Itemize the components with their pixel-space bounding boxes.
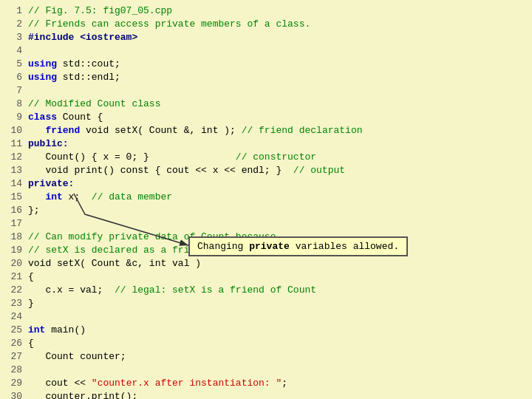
code-token: void setX( Count &c, int val ) bbox=[28, 257, 201, 270]
code-line: 29 cout << "counter.x after instantiatio… bbox=[6, 377, 526, 390]
callout-box: Changing private variables allowed. bbox=[188, 236, 408, 256]
line-number: 1 bbox=[6, 4, 22, 18]
code-token: { bbox=[28, 337, 34, 350]
line-number: 6 bbox=[6, 71, 22, 84]
code-line: 30 counter.print(); bbox=[6, 390, 526, 399]
code-line: 26{ bbox=[6, 337, 526, 350]
code-line: 10 friend void setX( Count &, int ); // … bbox=[6, 124, 526, 137]
code-line: 24 bbox=[6, 310, 526, 324]
line-number: 4 bbox=[6, 44, 22, 58]
line-number: 17 bbox=[6, 217, 22, 231]
code-line: 28 bbox=[6, 364, 526, 377]
code-token: // output bbox=[293, 164, 345, 177]
code-token: private: bbox=[28, 177, 74, 191]
line-number: 27 bbox=[6, 350, 22, 364]
code-line: 12 Count() { x = 0; } // constructor bbox=[6, 151, 526, 164]
code-token: Count { bbox=[57, 111, 103, 124]
code-token: // Fig. 7.5: fig07_05.cpp bbox=[28, 4, 172, 18]
code-token: friend bbox=[28, 124, 80, 137]
line-number: 30 bbox=[6, 390, 22, 399]
code-line: 9class Count { bbox=[6, 111, 526, 124]
code-token: x; bbox=[63, 191, 92, 204]
callout-text-after: variables allowed. bbox=[290, 241, 399, 252]
line-number: 8 bbox=[6, 98, 22, 111]
code-token: using bbox=[28, 71, 57, 84]
code-token: using bbox=[28, 58, 57, 71]
line-number: 7 bbox=[6, 84, 22, 98]
line-number: 26 bbox=[6, 337, 22, 350]
code-line: 27 Count counter; bbox=[6, 350, 526, 364]
code-token: c.x = val; bbox=[28, 284, 115, 297]
code-area: 1// Fig. 7.5: fig07_05.cpp2// Friends ca… bbox=[0, 0, 532, 399]
code-token: class bbox=[28, 111, 57, 124]
code-token: // data member bbox=[92, 191, 172, 204]
code-token: }; bbox=[28, 204, 40, 217]
callout-text-before: Changing bbox=[197, 241, 249, 252]
line-number: 23 bbox=[6, 297, 22, 310]
code-line: 20void setX( Count &c, int val ) bbox=[6, 257, 526, 270]
line-number: 13 bbox=[6, 164, 22, 177]
line-number: 3 bbox=[6, 31, 22, 44]
code-token: main() bbox=[45, 324, 86, 337]
code-line: 22 c.x = val; // legal: setX is a friend… bbox=[6, 284, 526, 297]
code-token: int bbox=[28, 324, 45, 337]
code-token: // Friends can access private members of… bbox=[28, 18, 310, 31]
code-line: 11public: bbox=[6, 137, 526, 151]
line-number: 16 bbox=[6, 204, 22, 217]
code-line: 21{ bbox=[6, 270, 526, 284]
code-token: "counter.x after instantiation: " bbox=[92, 377, 282, 390]
line-number: 10 bbox=[6, 124, 22, 137]
code-token: Count counter; bbox=[28, 350, 126, 364]
callout-mono: private bbox=[249, 241, 290, 252]
code-token: // legal: setX is a friend of Count bbox=[115, 284, 316, 297]
code-line: 7 bbox=[6, 84, 526, 98]
line-number: 29 bbox=[6, 377, 22, 390]
code-line: 2// Friends can access private members o… bbox=[6, 18, 526, 31]
code-line: 14private: bbox=[6, 177, 526, 191]
code-line: 17 bbox=[6, 217, 526, 231]
line-number: 19 bbox=[6, 244, 22, 257]
code-token: { bbox=[28, 270, 34, 284]
code-token: void print() const { cout << x << endl; … bbox=[28, 164, 293, 177]
line-number: 20 bbox=[6, 257, 22, 270]
line-number: 11 bbox=[6, 137, 22, 151]
code-token: int bbox=[28, 191, 63, 204]
line-number: 18 bbox=[6, 231, 22, 244]
code-token: void setX( Count &, int ); bbox=[80, 124, 236, 137]
line-number: 24 bbox=[6, 310, 22, 324]
code-token: // constructor bbox=[236, 151, 316, 164]
code-token: #include <iostream> bbox=[28, 31, 137, 44]
code-token: std::cout; bbox=[57, 58, 120, 71]
code-token: std::endl; bbox=[57, 71, 120, 84]
code-token: } bbox=[28, 297, 34, 310]
line-number: 2 bbox=[6, 18, 22, 31]
code-line: 1// Fig. 7.5: fig07_05.cpp bbox=[6, 4, 526, 18]
code-line: 5using std::cout; bbox=[6, 58, 526, 71]
code-token: Count() { x = 0; } bbox=[28, 151, 236, 164]
code-line: 16}; bbox=[6, 204, 526, 217]
line-number: 15 bbox=[6, 191, 22, 204]
code-token: counter.print(); bbox=[28, 390, 137, 399]
code-token: ; bbox=[282, 377, 287, 390]
code-line: 25int main() bbox=[6, 324, 526, 337]
code-line: 6using std::endl; bbox=[6, 71, 526, 84]
code-line: 13 void print() const { cout << x << end… bbox=[6, 164, 526, 177]
line-number: 14 bbox=[6, 177, 22, 191]
line-number: 21 bbox=[6, 270, 22, 284]
code-token: public: bbox=[28, 137, 69, 151]
code-token: // Modified Count class bbox=[28, 98, 160, 111]
line-number: 12 bbox=[6, 151, 22, 164]
code-token: // friend declaration bbox=[236, 124, 363, 137]
code-line: 3#include <iostream> bbox=[6, 31, 526, 44]
code-line: 4 bbox=[6, 44, 526, 58]
line-number: 25 bbox=[6, 324, 22, 337]
line-number: 9 bbox=[6, 111, 22, 124]
code-line: 23} bbox=[6, 297, 526, 310]
line-number: 5 bbox=[6, 58, 22, 71]
code-line: 8// Modified Count class bbox=[6, 98, 526, 111]
line-number: 22 bbox=[6, 284, 22, 297]
code-line: 15 int x; // data member bbox=[6, 191, 526, 204]
code-token: cout << bbox=[28, 377, 92, 390]
line-number: 28 bbox=[6, 364, 22, 377]
